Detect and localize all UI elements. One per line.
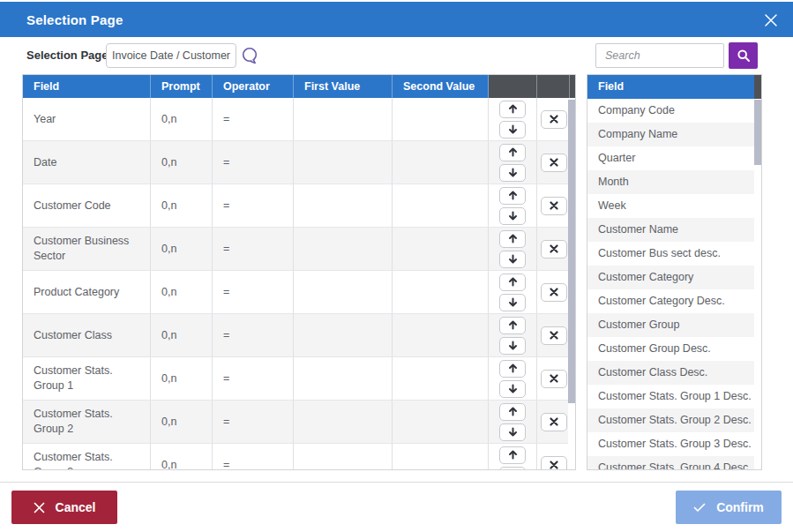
- remove-cell: [537, 271, 570, 313]
- table-scrollbar-thumb[interactable]: [568, 100, 575, 403]
- field-list-item-label: Customer Stats. Group 2 Desc.: [598, 414, 752, 426]
- second-value-cell[interactable]: [393, 184, 489, 227]
- move-up-button[interactable]: [499, 187, 526, 205]
- first-value-cell[interactable]: [294, 228, 393, 270]
- move-up-button[interactable]: [499, 317, 526, 334]
- move-up-button[interactable]: [499, 144, 526, 161]
- prompt-cell[interactable]: 0,n: [151, 141, 213, 184]
- prompt-cell[interactable]: 0,n: [151, 444, 213, 470]
- prompt-cell[interactable]: 0,n: [151, 401, 213, 443]
- remove-row-button[interactable]: [541, 456, 567, 471]
- second-value-cell[interactable]: [393, 444, 489, 470]
- move-down-button[interactable]: [499, 380, 526, 398]
- cancel-button[interactable]: Cancel: [11, 491, 117, 524]
- field-cell-label: Customer Stats. Group 3: [34, 450, 139, 470]
- move-down-button[interactable]: [499, 207, 526, 225]
- field-list-item-label: Quarter: [598, 152, 635, 164]
- move-up-button[interactable]: [499, 403, 526, 421]
- field-list-header-label: Field: [587, 75, 754, 99]
- remove-row-button[interactable]: [541, 110, 567, 129]
- move-down-button[interactable]: [499, 423, 526, 441]
- move-up-button[interactable]: [499, 360, 526, 378]
- operator-cell[interactable]: =: [213, 271, 294, 313]
- move-down-button[interactable]: [499, 337, 526, 355]
- x-mark-icon: [550, 374, 558, 383]
- second-value-cell[interactable]: [393, 141, 489, 184]
- remove-row-button[interactable]: [541, 326, 567, 345]
- field-list-item[interactable]: Customer Category: [587, 266, 754, 289]
- operator-cell-value: =: [223, 112, 229, 127]
- move-up-button[interactable]: [499, 273, 526, 291]
- prompt-cell[interactable]: 0,n: [151, 357, 213, 400]
- field-list-item[interactable]: Month: [587, 170, 754, 194]
- remove-row-button[interactable]: [541, 197, 567, 215]
- field-list-item[interactable]: Week: [587, 194, 754, 218]
- field-list-item[interactable]: Customer Stats. Group 4 Desc.: [587, 456, 754, 470]
- remove-row-button[interactable]: [541, 413, 567, 431]
- first-value-cell[interactable]: [294, 98, 393, 140]
- field-list-item[interactable]: Customer Group Desc.: [587, 337, 754, 361]
- remove-row-button[interactable]: [541, 240, 567, 259]
- first-value-cell[interactable]: [294, 444, 393, 470]
- first-value-cell[interactable]: [294, 401, 393, 443]
- field-list-item[interactable]: Customer Stats. Group 2 Desc.: [587, 408, 754, 432]
- first-value-cell[interactable]: [294, 184, 393, 227]
- move-down-button[interactable]: [499, 467, 526, 471]
- field-list-item[interactable]: Customer Class Desc.: [587, 361, 754, 385]
- field-list-item[interactable]: Customer Stats. Group 1 Desc.: [587, 385, 754, 408]
- operator-cell[interactable]: =: [213, 184, 294, 227]
- second-value-cell[interactable]: [393, 314, 489, 356]
- comment-bubble-icon[interactable]: [240, 46, 259, 67]
- operator-cell[interactable]: =: [213, 141, 294, 184]
- field-list-item[interactable]: Customer Stats. Group 3 Desc.: [587, 432, 754, 456]
- close-icon[interactable]: [761, 11, 781, 30]
- selection-page-name-input[interactable]: [106, 43, 236, 68]
- operator-cell[interactable]: =: [213, 228, 294, 270]
- field-list-item[interactable]: Customer Category Desc.: [587, 289, 754, 313]
- table-row: Customer Business Sector 0,n =: [23, 228, 570, 271]
- operator-cell[interactable]: =: [213, 444, 294, 470]
- first-value-cell[interactable]: [294, 357, 393, 400]
- list-scrollbar-thumb[interactable]: [754, 100, 761, 165]
- remove-row-button[interactable]: [541, 154, 567, 172]
- confirm-button[interactable]: Confirm: [676, 491, 782, 524]
- prompt-cell[interactable]: 0,n: [151, 314, 213, 356]
- operator-cell-value: =: [223, 415, 229, 430]
- remove-cell: [537, 98, 570, 140]
- move-down-button[interactable]: [499, 121, 526, 139]
- field-list-item[interactable]: Quarter: [587, 146, 754, 170]
- move-down-button[interactable]: [499, 164, 526, 182]
- operator-cell[interactable]: =: [213, 314, 294, 356]
- first-value-cell[interactable]: [294, 314, 393, 356]
- field-list-item[interactable]: Company Code: [587, 99, 754, 123]
- operator-cell[interactable]: =: [213, 401, 294, 443]
- first-value-cell[interactable]: [294, 271, 393, 313]
- field-list-item-label: Customer Group Desc.: [598, 342, 711, 355]
- search-input[interactable]: [595, 43, 724, 68]
- prompt-cell[interactable]: 0,n: [151, 184, 213, 227]
- operator-cell[interactable]: =: [213, 357, 294, 400]
- field-list-item[interactable]: Company Name: [587, 123, 754, 146]
- move-up-button[interactable]: [499, 446, 526, 464]
- prompt-cell[interactable]: 0,n: [151, 228, 213, 270]
- operator-cell[interactable]: =: [213, 98, 294, 140]
- field-list-item[interactable]: Customer Group: [587, 313, 754, 337]
- second-value-cell[interactable]: [393, 228, 489, 270]
- field-list-item[interactable]: Customer Bus sect desc.: [587, 242, 754, 266]
- first-value-cell[interactable]: [294, 141, 393, 184]
- move-up-button[interactable]: [499, 230, 526, 248]
- field-list-item[interactable]: Customer Name: [587, 218, 754, 242]
- prompt-cell[interactable]: 0,n: [151, 98, 213, 140]
- move-down-button[interactable]: [499, 251, 526, 268]
- search-button[interactable]: [729, 42, 758, 69]
- move-down-button[interactable]: [499, 294, 526, 311]
- second-value-cell[interactable]: [393, 98, 489, 140]
- field-cell-label: Year: [34, 112, 56, 127]
- second-value-cell[interactable]: [393, 271, 489, 313]
- second-value-cell[interactable]: [393, 401, 489, 443]
- remove-row-button[interactable]: [541, 370, 567, 388]
- remove-row-button[interactable]: [541, 283, 567, 302]
- prompt-cell[interactable]: 0,n: [151, 271, 213, 313]
- second-value-cell[interactable]: [393, 357, 489, 400]
- move-up-button[interactable]: [499, 101, 526, 118]
